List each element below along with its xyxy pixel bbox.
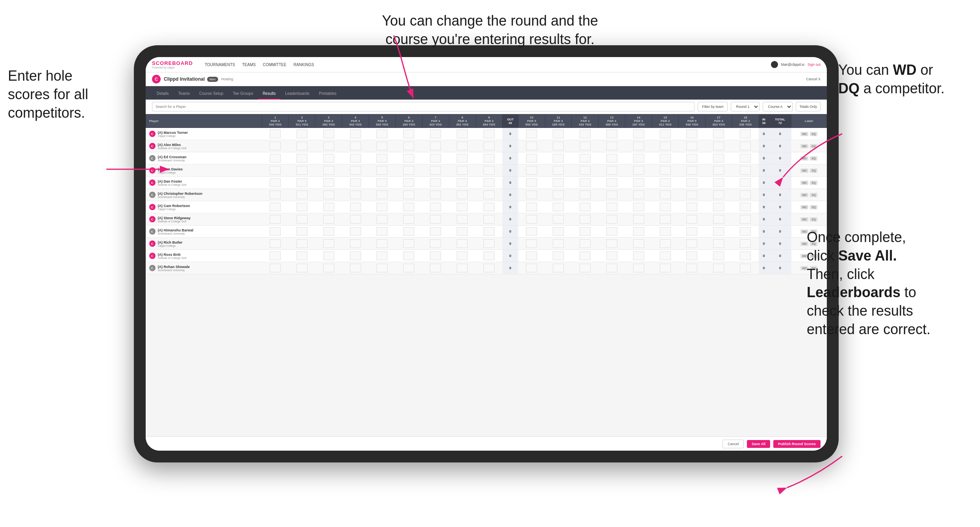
score-field-6-13[interactable] bbox=[606, 203, 617, 211]
score-input-11-h5[interactable] bbox=[369, 262, 396, 274]
score-field-4-5[interactable] bbox=[376, 178, 387, 187]
score-input-4-h5[interactable] bbox=[369, 177, 396, 189]
score-input-6-h16[interactable] bbox=[678, 201, 705, 213]
score-input-7-h17[interactable] bbox=[705, 213, 732, 226]
score-field-7-13[interactable] bbox=[606, 215, 617, 224]
score-field-1-2[interactable] bbox=[296, 142, 308, 150]
score-field-9-1[interactable] bbox=[270, 239, 281, 248]
score-field-6-8[interactable] bbox=[457, 203, 468, 211]
score-field-5-2[interactable] bbox=[296, 190, 308, 199]
score-field-0-11[interactable] bbox=[553, 129, 564, 138]
score-input-11-h8[interactable] bbox=[449, 262, 476, 274]
score-input-3-h11[interactable] bbox=[545, 165, 572, 177]
score-field-2-2[interactable] bbox=[296, 154, 308, 163]
score-field-3-16[interactable] bbox=[686, 166, 697, 175]
score-field-4-6[interactable] bbox=[403, 178, 414, 187]
score-field-11-15[interactable] bbox=[660, 264, 671, 272]
score-input-3-h17[interactable] bbox=[705, 165, 732, 177]
score-input-7-h2[interactable] bbox=[289, 213, 315, 226]
tab-printables[interactable]: Printables bbox=[314, 88, 341, 100]
score-field-0-3[interactable] bbox=[323, 129, 334, 138]
score-field-1-8[interactable] bbox=[457, 142, 468, 150]
score-input-8-h11[interactable] bbox=[545, 226, 572, 238]
score-field-10-2[interactable] bbox=[296, 251, 308, 260]
score-input-10-h5[interactable] bbox=[369, 250, 396, 262]
score-input-7-h6[interactable] bbox=[395, 213, 422, 226]
score-input-10-h2[interactable] bbox=[289, 250, 315, 262]
score-field-3-8[interactable] bbox=[457, 166, 468, 175]
score-field-7-4[interactable] bbox=[350, 215, 361, 224]
dq-button-3[interactable]: DQ bbox=[810, 168, 817, 173]
score-input-8-h10[interactable] bbox=[518, 226, 545, 238]
score-input-3-h15[interactable] bbox=[652, 165, 679, 177]
score-input-6-h4[interactable] bbox=[342, 201, 369, 213]
score-input-8-h12[interactable] bbox=[572, 226, 598, 238]
wd-button-7[interactable]: WD bbox=[800, 217, 808, 222]
score-input-8-h16[interactable] bbox=[678, 226, 705, 238]
score-field-10-17[interactable] bbox=[713, 251, 724, 260]
score-input-6-h9[interactable] bbox=[476, 201, 502, 213]
score-field-3-11[interactable] bbox=[553, 166, 564, 175]
score-input-4-h3[interactable] bbox=[315, 177, 342, 189]
score-field-3-2[interactable] bbox=[296, 166, 308, 175]
score-field-7-6[interactable] bbox=[403, 215, 414, 224]
score-input-8-h13[interactable] bbox=[598, 226, 625, 238]
wd-button-4[interactable]: WD bbox=[800, 181, 808, 185]
score-field-2-9[interactable] bbox=[484, 154, 495, 163]
score-input-8-h5[interactable] bbox=[369, 226, 396, 238]
score-field-4-2[interactable] bbox=[296, 178, 308, 187]
score-field-0-15[interactable] bbox=[660, 129, 671, 138]
score-field-9-12[interactable] bbox=[580, 239, 591, 248]
score-input-5-h16[interactable] bbox=[678, 189, 705, 201]
filter-by-team-button[interactable]: Filter by team bbox=[698, 102, 728, 111]
score-field-0-9[interactable] bbox=[484, 129, 495, 138]
dq-button-0[interactable]: DQ bbox=[810, 132, 817, 136]
score-field-3-10[interactable] bbox=[526, 166, 537, 175]
score-input-4-h15[interactable] bbox=[652, 177, 679, 189]
score-field-9-9[interactable] bbox=[484, 239, 495, 248]
score-input-8-h2[interactable] bbox=[289, 226, 315, 238]
score-field-8-9[interactable] bbox=[484, 227, 495, 236]
score-input-3-h3[interactable] bbox=[315, 165, 342, 177]
score-input-2-h18[interactable] bbox=[732, 152, 759, 165]
score-input-5-h13[interactable] bbox=[598, 189, 625, 201]
score-field-10-1[interactable] bbox=[270, 251, 281, 260]
score-field-9-15[interactable] bbox=[660, 239, 671, 248]
score-field-2-16[interactable] bbox=[686, 154, 697, 163]
score-input-0-h5[interactable] bbox=[369, 128, 396, 140]
score-field-1-18[interactable] bbox=[740, 142, 751, 150]
score-field-0-18[interactable] bbox=[740, 129, 751, 138]
score-input-1-h8[interactable] bbox=[449, 140, 476, 152]
score-field-2-18[interactable] bbox=[740, 154, 751, 163]
score-field-11-17[interactable] bbox=[713, 264, 724, 272]
score-input-3-h4[interactable] bbox=[342, 165, 369, 177]
score-field-8-12[interactable] bbox=[580, 227, 591, 236]
score-field-10-14[interactable] bbox=[633, 251, 644, 260]
score-field-4-15[interactable] bbox=[660, 178, 671, 187]
score-field-11-6[interactable] bbox=[403, 264, 414, 272]
score-input-2-h2[interactable] bbox=[289, 152, 315, 165]
score-field-1-12[interactable] bbox=[580, 142, 591, 150]
score-field-4-18[interactable] bbox=[740, 178, 751, 187]
score-input-9-h13[interactable] bbox=[598, 238, 625, 250]
score-field-4-11[interactable] bbox=[553, 178, 564, 187]
score-input-0-h15[interactable] bbox=[652, 128, 679, 140]
score-field-9-8[interactable] bbox=[457, 239, 468, 248]
score-field-1-17[interactable] bbox=[713, 142, 724, 150]
score-field-8-15[interactable] bbox=[660, 227, 671, 236]
score-field-1-4[interactable] bbox=[350, 142, 361, 150]
score-field-5-7[interactable] bbox=[430, 190, 441, 199]
score-input-0-h13[interactable] bbox=[598, 128, 625, 140]
score-field-0-10[interactable] bbox=[526, 129, 537, 138]
score-field-10-16[interactable] bbox=[686, 251, 697, 260]
score-field-7-2[interactable] bbox=[296, 215, 308, 224]
dq-button-1[interactable]: DQ bbox=[810, 144, 817, 148]
score-input-3-h5[interactable] bbox=[369, 165, 396, 177]
score-input-5-h15[interactable] bbox=[652, 189, 679, 201]
score-field-10-4[interactable] bbox=[350, 251, 361, 260]
score-input-8-h14[interactable] bbox=[625, 226, 652, 238]
tab-leaderboards[interactable]: Leaderboards bbox=[280, 88, 314, 100]
score-field-5-13[interactable] bbox=[606, 190, 617, 199]
score-field-10-7[interactable] bbox=[430, 251, 441, 260]
score-field-9-3[interactable] bbox=[323, 239, 334, 248]
